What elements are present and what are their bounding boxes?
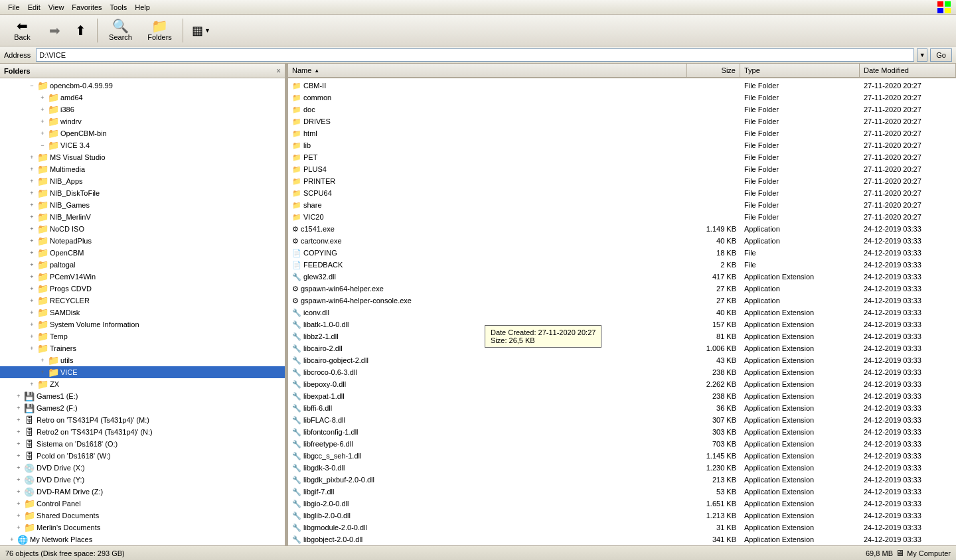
col-header-size[interactable]: Size	[687, 64, 740, 77]
tree-expand-icon[interactable]: +	[7, 534, 17, 545]
tree-item[interactable]: +📁NIB_MerlinV	[0, 211, 285, 223]
tree-item[interactable]: +📁ZX	[0, 378, 285, 390]
tree-item[interactable]: +📁windrv	[0, 115, 285, 127]
tree-item[interactable]: +💾Games2 (F:)	[0, 402, 285, 414]
tree-expand-icon[interactable]: +	[27, 307, 37, 318]
tree-expand-icon[interactable]: +	[27, 236, 37, 246]
tree-item[interactable]: +📁NotepadPlus	[0, 235, 285, 247]
tree-expand-icon[interactable]: +	[27, 152, 37, 163]
file-row[interactable]: 📁PETFile Folder27-11-2020 20:27	[288, 151, 956, 163]
tree-expand-icon[interactable]: +	[27, 247, 37, 258]
file-row[interactable]: 📁DRIVESFile Folder27-11-2020 20:27	[288, 115, 956, 127]
tree-item[interactable]: +📁MS Visual Studio	[0, 151, 285, 163]
file-row[interactable]: ⚙gspawn-win64-helper-console.exe27 KBApp…	[288, 295, 956, 307]
tree-item[interactable]: +📁System Volume Information	[0, 318, 285, 330]
tree-item[interactable]: +📁NoCD ISO	[0, 223, 285, 235]
tree-expand-icon[interactable]: +	[27, 259, 37, 270]
file-row[interactable]: 🔧libgdk-3-0.dll1.230 KBApplication Exten…	[288, 462, 956, 474]
menu-tools[interactable]: Tools	[106, 2, 131, 13]
file-row[interactable]: 🔧libcairo-gobject-2.dll43 KBApplication …	[288, 354, 956, 366]
tree-expand-icon[interactable]: +	[27, 200, 37, 210]
tree-expand-icon[interactable]: +	[27, 164, 37, 175]
file-row[interactable]: 📁commonFile Folder27-11-2020 20:27	[288, 92, 956, 104]
tree-expand-icon[interactable]: −	[37, 140, 48, 151]
tree-expand-icon[interactable]: −	[27, 80, 37, 91]
search-button[interactable]: 🔍 Search	[102, 17, 139, 44]
tree-expand-icon[interactable]: +	[27, 176, 37, 186]
folders-tree[interactable]: −📁opencbm-0.4.99.99+📁amd64+📁i386+📁windrv…	[0, 78, 285, 545]
tree-expand-icon[interactable]: +	[13, 439, 24, 449]
file-row[interactable]: 📁docFile Folder27-11-2020 20:27	[288, 104, 956, 115]
tree-item[interactable]: +📁Merlin's Documents	[0, 522, 285, 533]
tree-item[interactable]: +📁Control Panel	[0, 498, 285, 510]
tree-item[interactable]: +📁NIB_Apps	[0, 175, 285, 187]
file-row[interactable]: 🔧libffi-6.dll36 KBApplication Extension2…	[288, 402, 956, 414]
file-row[interactable]: 🔧libgio-2.0-0.dll1.651 KBApplication Ext…	[288, 498, 956, 510]
file-row[interactable]: 📁PLUS4File Folder27-11-2020 20:27	[288, 163, 956, 175]
tree-expand-icon[interactable]: +	[13, 415, 24, 425]
tree-item[interactable]: +🗄Retro on 'TS431P4 (Ts431p4)' (M:)	[0, 414, 285, 426]
tree-item[interactable]: +📁OpenCBM-bin	[0, 127, 285, 139]
tree-expand-icon[interactable]: +	[27, 319, 37, 330]
tree-expand-icon[interactable]: +	[13, 462, 24, 473]
up-button[interactable]: ⬆	[69, 17, 92, 44]
col-header-name[interactable]: Name ▲	[288, 64, 687, 77]
file-row[interactable]: 🔧libfreetype-6.dll703 KBApplication Exte…	[288, 438, 956, 450]
tree-expand-icon[interactable]: +	[27, 188, 37, 198]
tree-expand-icon[interactable]: +	[37, 367, 48, 378]
tree-expand-icon[interactable]: +	[13, 451, 24, 461]
go-button[interactable]: Go	[930, 48, 952, 62]
tree-expand-icon[interactable]: +	[27, 224, 37, 234]
file-row[interactable]: 🔧libexpat-1.dll238 KBApplication Extensi…	[288, 390, 956, 402]
tree-expand-icon[interactable]: +	[13, 427, 24, 437]
file-row[interactable]: 🔧libcairo-2.dll1.006 KBApplication Exten…	[288, 342, 956, 354]
tree-item[interactable]: +📁Temp	[0, 330, 285, 342]
file-row[interactable]: 🔧libglib-2.0-0.dll1.213 KBApplication Ex…	[288, 510, 956, 522]
file-row[interactable]: 📁libFile Folder27-11-2020 20:27	[288, 139, 956, 151]
file-row[interactable]: 📁SCPU64File Folder27-11-2020 20:27	[288, 187, 956, 199]
file-row[interactable]: 🔧libgcc_s_seh-1.dll1.145 KBApplication E…	[288, 450, 956, 462]
file-row[interactable]: 📁VIC20File Folder27-11-2020 20:27	[288, 211, 956, 223]
tree-expand-icon[interactable]: +	[13, 522, 24, 533]
tree-expand-icon[interactable]: +	[27, 343, 37, 354]
tree-expand-icon[interactable]: +	[27, 212, 37, 222]
file-row[interactable]: 📁CBM-IIFile Folder27-11-2020 20:27	[288, 80, 956, 92]
file-row[interactable]: 🔧libepoxy-0.dll2.262 KBApplication Exten…	[288, 378, 956, 390]
tree-item[interactable]: +📁amd64	[0, 92, 285, 104]
folders-button[interactable]: 📁 Folders	[141, 17, 178, 44]
folders-close-button[interactable]: ×	[276, 66, 281, 76]
tree-expand-icon[interactable]: +	[27, 283, 37, 294]
menu-help[interactable]: Help	[131, 2, 154, 13]
tree-item[interactable]: +📁utils	[0, 354, 285, 366]
file-row[interactable]: 🔧libFLAC-8.dll307 KBApplication Extensio…	[288, 414, 956, 426]
tree-item[interactable]: +💾Games1 (E:)	[0, 390, 285, 402]
file-row[interactable]: 📁shareFile Folder27-11-2020 20:27	[288, 199, 956, 211]
tree-expand-icon[interactable]: +	[13, 486, 24, 497]
tree-item[interactable]: +📁Multimedia	[0, 163, 285, 175]
file-row[interactable]: 🔧iconv.dll40 KBApplication Extension24-1…	[288, 307, 956, 318]
tree-item[interactable]: +📁Shared Documents	[0, 510, 285, 522]
menu-view[interactable]: View	[44, 2, 68, 13]
tree-item[interactable]: +🗄Sistema on 'Ds1618' (O:)	[0, 438, 285, 450]
file-row[interactable]: 📁PRINTERFile Folder27-11-2020 20:27	[288, 175, 956, 187]
menu-edit[interactable]: Edit	[24, 2, 44, 13]
back-button[interactable]: ⬅ Back	[4, 17, 40, 44]
tree-expand-icon[interactable]: +	[13, 498, 24, 509]
menu-file[interactable]: File	[4, 2, 24, 13]
tree-item[interactable]: +📁paltogal	[0, 259, 285, 271]
file-row[interactable]: 🔧libatk-1.0-0.dll157 KBApplication Exten…	[288, 318, 956, 330]
address-input-display[interactable]: D:\VICE	[36, 48, 914, 62]
file-row[interactable]: 📄COPYING18 KBFile24-12-2019 03:33	[288, 247, 956, 259]
file-row[interactable]: 📁htmlFile Folder27-11-2020 20:27	[288, 127, 956, 139]
address-dropdown-button[interactable]: ▼	[917, 48, 927, 62]
tree-expand-icon[interactable]: +	[13, 403, 24, 413]
file-row[interactable]: ⚙gspawn-win64-helper.exe27 KBApplication…	[288, 283, 956, 295]
file-row[interactable]: 🔧libcroco-0.6-3.dll238 KBApplication Ext…	[288, 366, 956, 378]
file-row[interactable]: 🔧libgobject-2.0-0.dll341 KBApplication E…	[288, 533, 956, 545]
menu-favorites[interactable]: Favorites	[68, 2, 106, 13]
tree-expand-icon[interactable]: +	[27, 295, 37, 306]
file-row[interactable]: 🔧libgif-7.dll53 KBApplication Extension2…	[288, 486, 956, 498]
tree-item[interactable]: −📁opencbm-0.4.99.99	[0, 80, 285, 92]
file-row[interactable]: 🔧libgdk_pixbuf-2.0-0.dll213 KBApplicatio…	[288, 474, 956, 486]
tree-expand-icon[interactable]: +	[27, 379, 37, 389]
